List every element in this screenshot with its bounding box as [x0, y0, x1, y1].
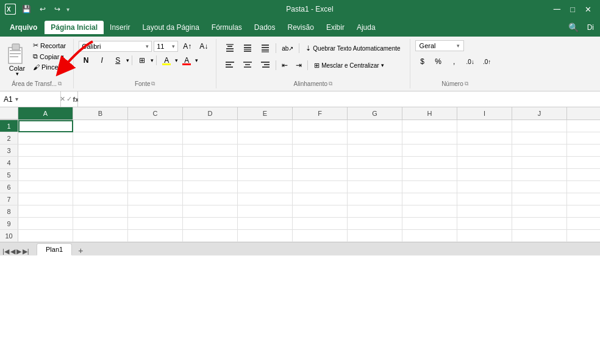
cell-H7[interactable] — [402, 193, 457, 205]
cell-F7[interactable] — [293, 193, 348, 205]
cell-D3[interactable] — [183, 145, 238, 157]
cell-C10[interactable] — [128, 230, 183, 242]
cell-C5[interactable] — [128, 169, 183, 181]
row-header-3[interactable]: 3 — [0, 145, 18, 156]
cell-E6[interactable] — [238, 181, 293, 193]
row-header-2[interactable]: 2 — [0, 132, 18, 144]
cell-H10[interactable] — [402, 230, 457, 242]
menu-item-exibir[interactable]: Exibir — [320, 21, 351, 34]
cell-C1[interactable] — [128, 120, 183, 132]
minimize-button[interactable]: ─ — [550, 4, 564, 15]
clipboard-expand[interactable]: ⧉ — [58, 80, 62, 87]
cell-B1[interactable] — [73, 120, 128, 132]
cell-I10[interactable] — [457, 230, 512, 242]
col-header-F[interactable]: F — [293, 107, 348, 120]
paste-dropdown-arrow[interactable]: ▾ — [16, 71, 19, 77]
cell-H8[interactable] — [402, 205, 457, 218]
sheet-nav-prev[interactable]: ◀ — [10, 248, 15, 255]
col-header-I[interactable]: I — [457, 107, 512, 120]
cell-C4[interactable] — [128, 157, 183, 169]
cell-D10[interactable] — [183, 230, 238, 242]
cell-D9[interactable] — [183, 218, 238, 230]
cell-J8[interactable] — [512, 205, 567, 218]
cell-E10[interactable] — [238, 230, 293, 242]
top-align-button[interactable] — [221, 40, 238, 56]
col-header-A[interactable]: A — [18, 107, 73, 120]
center-align-button[interactable] — [239, 58, 256, 73]
name-box[interactable]: A1 ▾ — [0, 91, 61, 107]
cell-I5[interactable] — [457, 169, 512, 181]
cell-F6[interactable] — [293, 181, 348, 193]
increase-indent-button[interactable]: ⇥ — [292, 59, 305, 72]
cell-F8[interactable] — [293, 205, 348, 218]
cell-B5[interactable] — [73, 169, 128, 181]
merge-cells-button[interactable]: ⊞ Mesclar e Centralizar ▾ — [310, 59, 388, 72]
confirm-formula-button[interactable]: ✓ — [66, 95, 72, 103]
fill-color-button[interactable]: A — [159, 54, 174, 66]
cell-I6[interactable] — [457, 181, 512, 193]
copy-dropdown[interactable]: ▾ — [61, 54, 64, 60]
name-box-dropdown[interactable]: ▾ — [15, 96, 18, 102]
cell-E7[interactable] — [238, 193, 293, 205]
cell-A9[interactable] — [18, 218, 73, 230]
cut-button[interactable]: ✂ Recortar — [30, 40, 68, 51]
currency-button[interactable]: $ — [415, 55, 430, 68]
cell-C7[interactable] — [128, 193, 183, 205]
merge-dropdown-arrow[interactable]: ▾ — [381, 62, 384, 68]
cell-B9[interactable] — [73, 218, 128, 230]
cell-E8[interactable] — [238, 205, 293, 218]
wrap-text-button[interactable]: ⇣ Quebrar Texto Automaticamente — [301, 42, 404, 55]
cell-F10[interactable] — [293, 230, 348, 242]
cell-J9[interactable] — [512, 218, 567, 230]
left-align-button[interactable] — [221, 58, 238, 73]
font-color-dropdown[interactable]: ▾ — [195, 57, 198, 63]
cell-G3[interactable] — [348, 145, 402, 157]
percent-button[interactable]: % — [431, 55, 446, 68]
cell-B4[interactable] — [73, 157, 128, 169]
decrease-decimal-button[interactable]: .0↓ — [463, 55, 478, 68]
row-header-10[interactable]: 10 — [0, 230, 18, 241]
cell-C3[interactable] — [128, 145, 183, 157]
cell-G8[interactable] — [348, 205, 402, 218]
cell-D5[interactable] — [183, 169, 238, 181]
cell-D6[interactable] — [183, 181, 238, 193]
cell-E9[interactable] — [238, 218, 293, 230]
decrease-font-size-button[interactable]: A↓ — [196, 40, 211, 52]
cell-E1[interactable] — [238, 120, 293, 132]
cell-G5[interactable] — [348, 169, 402, 181]
paste-button[interactable]: Colar ▾ — [5, 40, 29, 78]
cell-G2[interactable] — [348, 132, 402, 145]
cell-F3[interactable] — [293, 145, 348, 157]
cell-J3[interactable] — [512, 145, 567, 157]
row-header-5[interactable]: 5 — [0, 169, 18, 180]
row-header-7[interactable]: 7 — [0, 193, 18, 205]
cell-B6[interactable] — [73, 181, 128, 193]
menu-item-ajuda[interactable]: Ajuda — [351, 21, 382, 34]
menu-item-inserir[interactable]: Inserir — [104, 21, 136, 34]
cell-C2[interactable] — [128, 132, 183, 145]
redo-button[interactable]: ↪ — [52, 4, 63, 15]
cell-H5[interactable] — [402, 169, 457, 181]
cell-F1[interactable] — [293, 120, 348, 132]
border-dropdown[interactable]: ▾ — [151, 57, 154, 63]
cell-I7[interactable] — [457, 193, 512, 205]
cell-D7[interactable] — [183, 193, 238, 205]
row-header-6[interactable]: 6 — [0, 181, 18, 193]
cell-C8[interactable] — [128, 205, 183, 218]
menu-item-revisao[interactable]: Revisão — [282, 21, 320, 34]
orientation-button[interactable]: ab↗ — [278, 43, 297, 54]
cell-E3[interactable] — [238, 145, 293, 157]
cell-I3[interactable] — [457, 145, 512, 157]
cell-E5[interactable] — [238, 169, 293, 181]
menu-item-arquivo[interactable]: Arquivo — [2, 21, 45, 34]
cell-G10[interactable] — [348, 230, 402, 242]
menu-item-layout[interactable]: Layout da Página — [136, 21, 205, 34]
fill-dropdown[interactable]: ▾ — [175, 57, 178, 63]
cell-G7[interactable] — [348, 193, 402, 205]
format-painter-button[interactable]: 🖌 Pincel — [30, 62, 68, 72]
add-sheet-button[interactable]: + — [73, 246, 88, 255]
border-button[interactable]: ⊞ — [135, 54, 149, 66]
row-header-9[interactable]: 9 — [0, 218, 18, 229]
copy-button[interactable]: ⧉ Copiar ▾ — [30, 51, 68, 62]
cell-B7[interactable] — [73, 193, 128, 205]
